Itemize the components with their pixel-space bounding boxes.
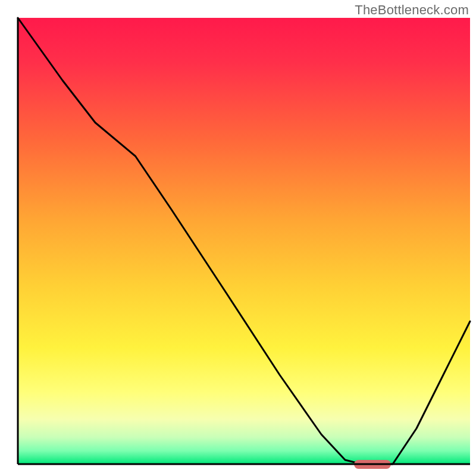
gradient-background [18, 18, 470, 464]
chart-container: TheBottleneck.com [0, 0, 476, 476]
bottleneck-chart [0, 0, 476, 476]
plot-area [18, 18, 470, 469]
